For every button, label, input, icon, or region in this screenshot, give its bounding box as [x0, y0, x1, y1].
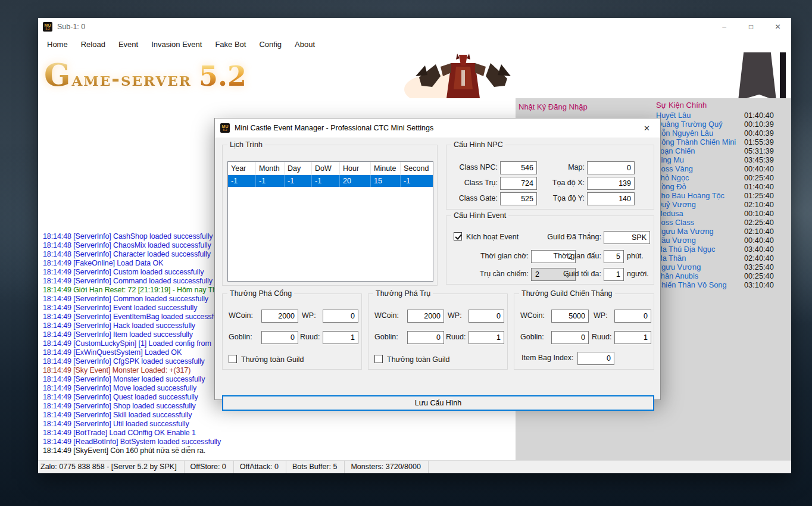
pillar-goblin-label: Goblin: [374, 333, 398, 341]
column-header-dow[interactable]: DoW [312, 162, 340, 175]
map-input[interactable] [587, 161, 635, 174]
coord-x-input[interactable] [587, 177, 635, 190]
event-name: Boss Vàng [656, 164, 693, 173]
event-time: 02:10:40 [744, 227, 774, 236]
log-line: 18:14:49 [ServerInfo] Skill loaded succe… [43, 411, 516, 420]
guild-max-input[interactable] [604, 268, 624, 281]
status-section: Bots Buffer: 5 [286, 461, 345, 473]
guild-max-label: Guid tối đa: [542, 270, 601, 278]
coord-y-input[interactable] [587, 192, 635, 205]
event-time: 00:40:40 [744, 236, 774, 245]
column-header-month[interactable]: Month [256, 162, 285, 175]
event-name: Kho Báu Hoàng Tộc [656, 191, 724, 200]
event-row: Thỏ Ngọc00:25:40 [656, 173, 784, 182]
schedule-cell: -1 [256, 175, 285, 187]
event-row: Ngưu Ma Vương02:10:40 [656, 227, 784, 236]
winner-reward-group: Thưởng Guild Chiến Thắng WCoin: WP: Gobl… [514, 293, 654, 370]
status-section: Monsters: 3720/8000 [345, 461, 428, 473]
fight-time-input[interactable] [604, 250, 624, 263]
status-section: OffAttack: 0 [234, 461, 286, 473]
logo-version: 5.2 [199, 60, 246, 92]
event-time: 01:40:40 [744, 111, 774, 120]
event-time: 00:25:40 [744, 173, 774, 182]
activate-event-label: Kích hoạt Event [466, 233, 519, 241]
event-time: 00:25:40 [744, 271, 774, 280]
schedule-table: YearMonthDayDoWHourMinuteSecond -1-1-1-1… [227, 161, 433, 282]
pillar-wp-input[interactable] [469, 310, 504, 323]
dialog-title-bar[interactable]: MU5.2 Mini Castle Event Manager - Profes… [215, 118, 660, 138]
log-line: 18:14:49 [SkyEvent] Còn 160 phút nữa sẽ … [43, 446, 516, 455]
pillar-all-guild-checkbox[interactable] [374, 355, 383, 363]
column-header-second[interactable]: Second [401, 162, 433, 175]
event-time: 00:10:40 [744, 209, 774, 218]
event-time: 00:40:40 [744, 164, 774, 173]
guild-won-input[interactable] [604, 231, 650, 244]
column-header-minute[interactable]: Minute [371, 162, 401, 175]
menu-item-home[interactable]: Home [40, 37, 74, 52]
fight-time-unit: phút. [627, 252, 644, 260]
winner-wcoin-input[interactable] [551, 310, 589, 323]
gate-goblin-label: Goblin: [229, 333, 252, 341]
column-header-year[interactable]: Year [228, 162, 256, 175]
status-section: Zalo: 0775 838 858 - [Server 5.2 by SPK] [38, 461, 185, 473]
event-time: 03:10:40 [744, 280, 774, 289]
winner-ruud-input[interactable] [614, 331, 651, 344]
event-time: 02:10:40 [744, 200, 774, 209]
class-gate-label: Class Gate: [449, 194, 498, 202]
window-title: Sub-1: 0 [57, 23, 85, 31]
app-icon: MU5.2 [43, 22, 52, 32]
gate-ruud-input[interactable] [323, 331, 358, 344]
item-bag-index-input[interactable] [577, 352, 614, 365]
menu-item-about[interactable]: About [288, 37, 321, 52]
maximize-button[interactable]: □ [738, 18, 764, 36]
menu-item-config[interactable]: Config [252, 37, 288, 52]
title-bar[interactable]: MU5.2 Sub-1: 0 – □ ✕ [38, 18, 791, 36]
schedule-group: Lịch Trình YearMonthDayDoWHourMinuteSeco… [222, 145, 438, 286]
event-row: King Mu03:45:39 [656, 155, 784, 164]
event-config-group: Cấu Hình Event Kích hoạt Event Guild Đã … [446, 215, 654, 285]
guild-max-unit: người. [627, 270, 649, 278]
gate-wp-input[interactable] [323, 310, 358, 323]
event-group-label: Cấu Hình Event [451, 211, 508, 220]
pillar-reward-group: Thưởng Phá Trụ WCoin: WP: Goblin: Ruud: … [368, 293, 508, 370]
menu-item-reload[interactable]: Reload [74, 37, 112, 52]
gate-all-guild-checkbox[interactable] [229, 355, 237, 363]
pillar-wp-label: WP: [448, 311, 462, 320]
menu-item-event[interactable]: Event [112, 37, 145, 52]
activate-event-checkbox[interactable] [454, 232, 462, 240]
event-row: Medusa00:10:40 [656, 209, 784, 218]
dialog-close-button[interactable]: ✕ [633, 118, 660, 138]
gate-all-guild-label: Thưởng toàn Guild [241, 355, 304, 364]
pillar-wcoin-input[interactable] [407, 310, 444, 323]
event-time: 05:31:39 [744, 146, 774, 155]
schedule-selected-row[interactable]: -1-1-1-12015-1 [228, 175, 433, 187]
pillar-count-label: Trụ cần chiếm: [463, 270, 529, 278]
log-line: 18:14:49 [ServerInfo] Util loaded succes… [43, 420, 516, 429]
demon-artwork [401, 52, 526, 98]
column-header-hour[interactable]: Hour [340, 162, 371, 175]
event-row: Ngưu Vương03:25:40 [656, 263, 784, 271]
pillar-ruud-input[interactable] [469, 331, 504, 344]
pillar-reward-label: Thưởng Phá Trụ [373, 289, 433, 298]
event-name: Hầu Vương [656, 236, 696, 245]
wait-time-label: Thời gian chờ: [463, 252, 529, 260]
event-row: Ma Thần02:40:40 [656, 254, 784, 263]
column-header-day[interactable]: Day [285, 162, 312, 175]
pillar-goblin-input[interactable] [407, 331, 444, 344]
winner-wp-input[interactable] [614, 310, 651, 323]
menu-item-fake-bot[interactable]: Fake Bot [208, 37, 252, 52]
close-button[interactable]: ✕ [764, 18, 791, 36]
banner-artwork: Game-server 5.2 [38, 52, 791, 98]
schedule-cell: 20 [340, 175, 371, 187]
gate-wcoin-input[interactable] [261, 310, 298, 323]
event-row: Công Thành Chiến Mini01:55:39 [656, 138, 784, 146]
winner-reward-label: Thưởng Guild Chiến Thắng [519, 289, 615, 298]
banner-flag-pole [780, 52, 786, 98]
minimize-button[interactable]: – [711, 18, 738, 36]
save-config-button[interactable]: Lưu Cấu Hình [222, 395, 654, 411]
event-row: Hầu Vương00:40:40 [656, 236, 784, 245]
schedule-cell: -1 [401, 175, 433, 187]
gate-goblin-input[interactable] [261, 331, 298, 344]
menu-item-invasion-event[interactable]: Invasion Event [145, 37, 208, 52]
winner-goblin-input[interactable] [551, 331, 589, 344]
